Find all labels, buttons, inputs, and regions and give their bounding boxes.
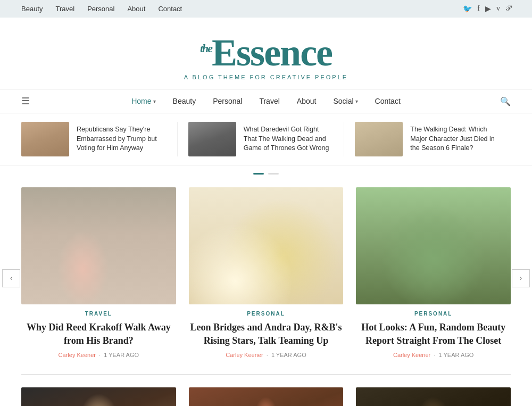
nav-travel[interactable]: Travel — [259, 97, 279, 105]
article-card-2[interactable]: PERSONAL Leon Bridges and Andra Day, R&B… — [189, 187, 344, 358]
vimeo-icon[interactable]: v — [496, 4, 500, 13]
bottom-article-img-1[interactable] — [21, 387, 176, 406]
top-nav-travel[interactable]: Travel — [55, 5, 74, 13]
home-dropdown-arrow: ▾ — [153, 98, 156, 104]
top-nav-personal[interactable]: Personal — [87, 5, 114, 13]
featured-item-3[interactable]: The Walking Dead: Which Major Character … — [344, 122, 511, 156]
nav-home[interactable]: Home ▾ — [131, 97, 155, 105]
top-nav-about[interactable]: About — [127, 5, 145, 13]
featured-strip: Republicans Say They're Embarrassed by T… — [0, 113, 532, 165]
article-category-3: PERSONAL — [356, 311, 511, 317]
article-card-1[interactable]: TRAVEL Why Did Reed Krakoff Walk Away fr… — [21, 187, 176, 358]
logo-the: the — [200, 42, 212, 55]
article-image-1 — [21, 187, 176, 304]
logo-title-text: Essence — [212, 31, 332, 74]
prev-arrow[interactable]: ‹ — [2, 269, 20, 287]
logo-tagline: A Blog Theme For Creative People — [0, 74, 532, 80]
top-nav-beauty[interactable]: Beauty — [21, 5, 43, 13]
article-meta-1: Carley Keener · 1 YEAR AGO — [21, 352, 176, 358]
article-author-2: Carley Keener — [226, 352, 263, 358]
hamburger-icon[interactable]: ☰ — [21, 95, 30, 107]
nav-personal[interactable]: Personal — [213, 97, 242, 105]
article-title-3: Hot Looks: A Fun, Random Beauty Report S… — [356, 321, 511, 347]
top-bar: Beauty Travel Personal About Contact 🐦 f… — [0, 0, 532, 18]
article-category-2: PERSONAL — [189, 311, 344, 317]
article-time-3: 1 YEAR AGO — [439, 352, 474, 358]
top-navigation: Beauty Travel Personal About Contact — [21, 5, 182, 13]
dot-1[interactable] — [253, 173, 264, 175]
article-author-1: Carley Keener — [59, 352, 96, 358]
bottom-article-img-3[interactable] — [356, 387, 511, 406]
nav-contact[interactable]: Contact — [375, 97, 401, 105]
article-image-3 — [356, 187, 511, 304]
article-image-2 — [189, 187, 344, 304]
logo-area: theEssence A Blog Theme For Creative Peo… — [0, 18, 532, 89]
article-card-3[interactable]: PERSONAL Hot Looks: A Fun, Random Beauty… — [356, 187, 511, 358]
dot-2[interactable] — [268, 173, 279, 175]
featured-thumb-2 — [188, 122, 236, 156]
bottom-articles-preview — [0, 375, 532, 406]
search-icon[interactable]: 🔍 — [500, 96, 511, 106]
social-icons-bar: 🐦 f ▶ v 𝒫 — [463, 4, 511, 13]
featured-thumb-1 — [21, 122, 69, 156]
article-category-1: TRAVEL — [21, 311, 176, 317]
social-dropdown-arrow: ▾ — [355, 98, 358, 104]
featured-title-3: The Walking Dead: Which Major Character … — [410, 125, 500, 153]
featured-item-1[interactable]: Republicans Say They're Embarrassed by T… — [21, 122, 178, 156]
articles-section: ‹ TRAVEL Why Did Reed Krakoff Walk Away … — [0, 182, 532, 374]
featured-thumb-3 — [355, 122, 403, 156]
top-nav-contact[interactable]: Contact — [158, 5, 182, 13]
article-time-1: 1 YEAR AGO — [104, 352, 139, 358]
featured-title-2: What Daredevil Got Right That The Walkin… — [244, 125, 334, 153]
article-title-2: Leon Bridges and Andra Day, R&B's Rising… — [189, 321, 344, 347]
nav-social[interactable]: Social ▾ — [333, 97, 358, 105]
articles-grid: TRAVEL Why Did Reed Krakoff Walk Away fr… — [21, 187, 511, 358]
nav-about[interactable]: About — [297, 97, 317, 105]
bottom-article-img-2[interactable] — [189, 387, 344, 406]
site-logo[interactable]: theEssence — [200, 34, 332, 72]
next-arrow[interactable]: › — [512, 269, 530, 287]
main-navigation: ☰ Home ▾ Beauty Personal Travel About So… — [0, 89, 532, 113]
facebook-icon[interactable]: f — [477, 4, 480, 13]
article-time-2: 1 YEAR AGO — [271, 352, 306, 358]
carousel-dots — [0, 165, 532, 182]
article-author-3: Carley Keener — [393, 352, 430, 358]
article-meta-3: Carley Keener · 1 YEAR AGO — [356, 352, 511, 358]
article-title-1: Why Did Reed Krakoff Walk Away from His … — [21, 321, 176, 347]
article-meta-2: Carley Keener · 1 YEAR AGO — [189, 352, 344, 358]
pinterest-icon[interactable]: 𝒫 — [505, 4, 511, 13]
twitter-icon[interactable]: 🐦 — [463, 4, 472, 13]
nav-beauty[interactable]: Beauty — [173, 97, 196, 105]
featured-title-1: Republicans Say They're Embarrassed by T… — [77, 125, 167, 153]
youtube-icon[interactable]: ▶ — [485, 4, 491, 13]
featured-item-2[interactable]: What Daredevil Got Right That The Walkin… — [178, 122, 345, 156]
